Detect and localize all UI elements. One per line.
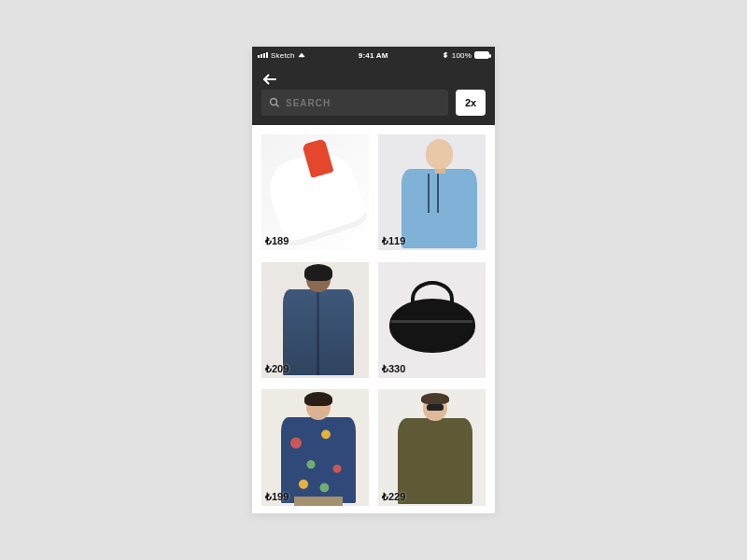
search-field[interactable] [261,90,448,116]
product-card[interactable]: ₺189 [261,134,369,250]
search-input[interactable] [286,98,441,108]
status-bar: Sketch 9:41 AM 100% [252,47,495,63]
product-image [378,389,486,505]
wifi-icon [298,53,305,58]
product-image [261,134,369,250]
search-icon [269,97,280,108]
product-image [261,262,369,378]
signal-icon [258,52,268,58]
product-image [378,262,486,378]
battery-percent: 100% [452,51,472,60]
arrow-left-icon [261,71,278,88]
product-grid: ₺189 ₺119 ₺209 ₺330 ₺199 [252,125,495,513]
bluetooth-icon [442,51,449,59]
app-header: 2x [252,63,495,125]
product-price: ₺330 [382,363,405,375]
battery-icon [474,51,489,59]
svg-line-2 [276,105,279,107]
product-price: ₺209 [265,363,289,375]
product-card[interactable]: ₺119 [378,134,486,250]
product-image [378,134,486,250]
product-card[interactable]: ₺209 [261,262,369,378]
product-price: ₺189 [265,235,289,247]
product-card[interactable]: ₺330 [378,262,486,378]
product-image [261,389,369,505]
clock: 9:41 AM [305,51,442,60]
carrier-label: Sketch [271,51,295,60]
grid-size-toggle[interactable]: 2x [456,90,486,116]
back-button[interactable] [261,71,278,88]
product-price: ₺229 [382,491,405,503]
product-card[interactable]: ₺229 [378,389,486,505]
phone-frame: Sketch 9:41 AM 100% [252,47,495,513]
product-price: ₺119 [382,235,405,247]
product-price: ₺199 [265,491,289,503]
product-card[interactable]: ₺199 [261,389,369,505]
svg-point-1 [271,99,277,105]
